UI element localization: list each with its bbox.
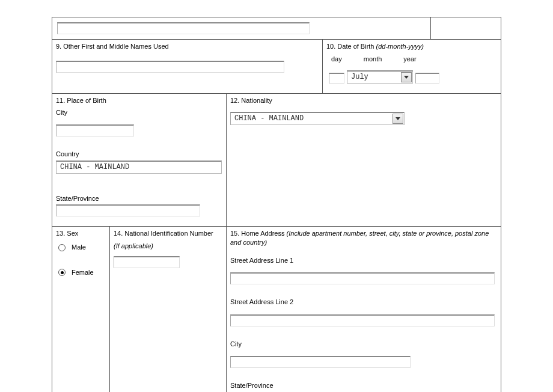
label-13: 13. Sex (56, 229, 106, 238)
label-14: 14. National Identification Number (114, 229, 222, 238)
radio-male[interactable] (58, 244, 66, 251)
select-nationality[interactable]: CHINA - MAINLAND (230, 112, 405, 125)
input-addr-line1[interactable] (230, 272, 495, 284)
label-day: day (331, 55, 342, 64)
top-empty-cell (431, 17, 501, 39)
label-14-sub: (If applicable) (114, 242, 222, 251)
cell-section-14: 14. National Identification Number (If a… (110, 227, 227, 392)
form-container: 9. Other First and Middle Names Used 10.… (52, 17, 501, 392)
input-national-id[interactable] (114, 256, 180, 268)
cell-section-11: 11. Place of Birth City Country CHINA - … (52, 94, 227, 226)
label-male: Male (72, 243, 86, 252)
label-addr-line1: Street Address Line 1 (230, 256, 497, 265)
select-dob-month[interactable]: July (347, 70, 413, 84)
cell-section-15: 15. Home Address (Include apartment numb… (227, 227, 501, 392)
input-addr-city[interactable] (230, 356, 411, 368)
input-dob-day[interactable] (329, 73, 344, 84)
label-11: 11. Place of Birth (56, 96, 222, 105)
label-addr-city: City (230, 340, 497, 349)
input-dob-year[interactable] (415, 73, 439, 84)
label-pob-state: State/Province (56, 194, 222, 203)
cell-section-12: 12. Nationality CHINA - MAINLAND (227, 94, 501, 226)
label-pob-country: Country (56, 150, 222, 159)
select-pob-country[interactable]: CHINA - MAINLAND (56, 161, 222, 174)
label-addr-state: State/Province (230, 381, 497, 390)
dob-input-row: July (326, 70, 497, 86)
row-top (52, 17, 501, 40)
dob-col-labels: day month year (331, 55, 497, 64)
input-pob-state[interactable] (56, 204, 200, 216)
select-nationality-value: CHINA - MAINLAND (234, 114, 304, 124)
input-addr-line2[interactable] (230, 314, 495, 326)
chevron-down-icon (393, 114, 403, 124)
label-female: Female (72, 268, 94, 277)
top-field-cell (52, 17, 431, 39)
label-year: year (403, 55, 416, 64)
select-dob-month-value: July (351, 72, 368, 82)
label-9: 9. Other First and Middle Names Used (56, 42, 319, 51)
cell-section-13: 13. Sex Male Female (52, 227, 110, 392)
label-addr-line2: Street Address Line 2 (230, 298, 497, 307)
select-pob-country-value: CHINA - MAINLAND (60, 162, 129, 173)
label-12: 12. Nationality (230, 96, 497, 105)
row-11-12: 11. Place of Birth City Country CHINA - … (52, 94, 501, 227)
label-10: 10. Date of Birth (dd-month-yyyy) (326, 42, 497, 51)
input-pob-city[interactable] (56, 124, 134, 136)
cell-section-10: 10. Date of Birth (dd-month-yyyy) day mo… (323, 40, 501, 93)
radio-male-row[interactable]: Male (58, 243, 106, 252)
label-15: 15. Home Address (Include apartment numb… (230, 229, 497, 248)
cell-section-9: 9. Other First and Middle Names Used (52, 40, 323, 93)
row-13-14-15: 13. Sex Male Female 14. National Identif… (52, 227, 501, 392)
radio-female[interactable] (58, 269, 66, 276)
page: 9. Other First and Middle Names Used 10.… (0, 0, 553, 392)
chevron-down-icon (401, 72, 412, 82)
row-9-10: 9. Other First and Middle Names Used 10.… (52, 40, 501, 94)
radio-female-row[interactable]: Female (58, 268, 106, 277)
label-pob-city: City (56, 108, 222, 117)
top-text-input[interactable] (57, 22, 310, 34)
input-other-names[interactable] (56, 61, 284, 73)
label-month: month (364, 55, 382, 64)
